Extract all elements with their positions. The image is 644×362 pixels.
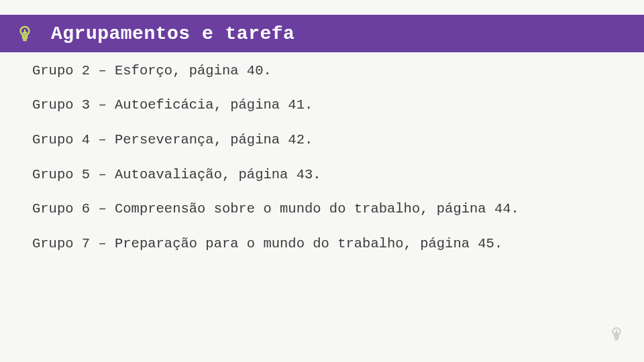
group-line-5: Grupo 5 – Autoavaliação, página 43.: [32, 158, 617, 192]
slide-title: Agrupamentos e tarefa: [51, 23, 294, 44]
lightbulb-icon: [15, 23, 35, 44]
group-line-3: Grupo 3 – Autoeficácia, página 41.: [32, 88, 617, 123]
slide-body: Grupo 1 – Determinação, página 39. Grupo…: [32, 19, 617, 261]
group-line-4: Grupo 4 – Perseverança, página 42.: [32, 123, 617, 158]
title-bar: Agrupamentos e tarefa: [0, 15, 644, 52]
group-line-7: Grupo 7 – Preparação para o mundo do tra…: [32, 227, 617, 261]
footer-lightbulb-icon: [608, 325, 625, 346]
group-line-2: Grupo 2 – Esforço, página 40.: [32, 54, 617, 88]
group-line-6: Grupo 6 – Compreensão sobre o mundo do t…: [32, 192, 617, 227]
